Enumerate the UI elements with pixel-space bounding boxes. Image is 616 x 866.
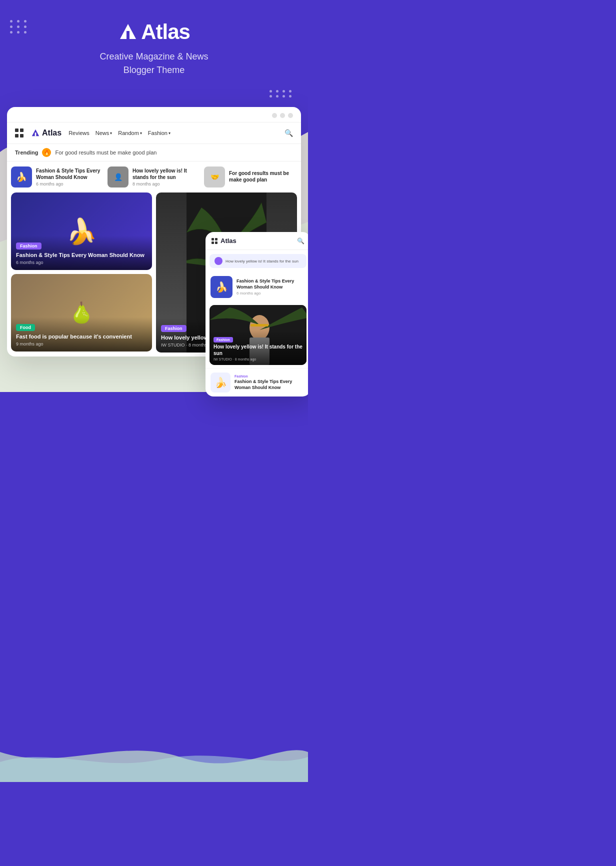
page: Atlas Creative Magazine & News Blogger T… bbox=[0, 0, 308, 782]
mobile-avatar bbox=[214, 257, 222, 265]
nav-link-news[interactable]: News ▾ bbox=[96, 130, 112, 136]
mobile-article-title: Fashion & Style Tips Every Woman Should … bbox=[236, 278, 306, 290]
nav-link-fashion[interactable]: Fashion ▾ bbox=[148, 130, 170, 136]
hero-section: Atlas Creative Magazine & News Blogger T… bbox=[0, 0, 308, 77]
card-food[interactable]: 🍐 Food Fast food is popular because it's… bbox=[11, 274, 152, 352]
trending-fire-icon: 🔥 bbox=[42, 148, 51, 157]
trending-text: For good results must be make good plan bbox=[55, 150, 156, 156]
card-date: 9 months ago bbox=[16, 342, 147, 346]
ticker-row: 🍌 Fashion & Style Tips Every Woman Shoul… bbox=[7, 162, 301, 192]
mobile-card-meta: IW STUDIO · 8 months ago bbox=[214, 358, 302, 361]
browser-dots bbox=[272, 113, 293, 118]
ticker-title: Fashion & Style Tips Every Woman Should … bbox=[36, 168, 104, 180]
mobile-nav: Atlas 🔍 bbox=[206, 232, 308, 250]
ticker-date: 8 months ago bbox=[132, 182, 200, 186]
mobile-card-tag: Fashion bbox=[214, 337, 233, 342]
card-title: Fashion & Style Tips Every Woman Should … bbox=[16, 252, 147, 258]
trending-bar: Trending 🔥 For good results must be make… bbox=[7, 144, 301, 162]
card-fashion[interactable]: 🍌 Fashion Fashion & Style Tips Every Wom… bbox=[11, 192, 152, 270]
trending-label: Trending bbox=[15, 150, 38, 156]
nav-bar: Atlas Reviews News ▾ Random ▾ Fashion ▾ … bbox=[7, 122, 301, 144]
card-tag-food: Food bbox=[16, 324, 35, 331]
svg-rect-3 bbox=[35, 132, 36, 136]
ticker-title: How lovely yellow is! It stands for the … bbox=[132, 168, 200, 180]
mobile-article-item[interactable]: 🍌 Fashion & Style Tips Every Woman Shoul… bbox=[206, 272, 308, 302]
svg-rect-1 bbox=[126, 31, 130, 39]
browser-toolbar bbox=[7, 107, 301, 122]
nav-logo[interactable]: Atlas bbox=[31, 128, 62, 138]
card-date: 6 months ago bbox=[16, 260, 147, 265]
nav-link-random[interactable]: Random ▾ bbox=[118, 130, 142, 136]
browser-dot-3 bbox=[288, 113, 293, 118]
ticker-item[interactable]: 🤝 For good results must be make good pla… bbox=[204, 166, 296, 188]
mobile-article-date: 6 months ago bbox=[236, 291, 306, 296]
hero-logo: Atlas bbox=[10, 20, 298, 44]
nav-links: Reviews News ▾ Random ▾ Fashion ▾ bbox=[68, 130, 278, 136]
grid-icon[interactable] bbox=[15, 128, 24, 138]
card-title: Fast food is popular because it's conven… bbox=[16, 333, 147, 340]
mobile-search-text: How lovely yellow is! It stands for the … bbox=[226, 259, 298, 264]
card-tag-fashion: Fashion bbox=[16, 242, 42, 250]
ticker-item[interactable]: 🍌 Fashion & Style Tips Every Woman Shoul… bbox=[11, 166, 104, 188]
hero-logo-text: Atlas bbox=[141, 20, 190, 44]
mobile-bottom-tag: Fashion bbox=[234, 374, 306, 378]
ticker-title: For good results must be make good plan bbox=[229, 170, 296, 183]
mobile-mockup: Atlas 🔍 How lovely yellow is! It stands … bbox=[206, 232, 308, 396]
left-card-column: 🍌 Fashion Fashion & Style Tips Every Wom… bbox=[11, 192, 152, 352]
mobile-card-title: How lovely yellow is! It stands for the … bbox=[214, 344, 302, 356]
mobile-bottom-title: Fashion & Style Tips Every Woman Should … bbox=[234, 379, 306, 390]
svg-rect-11 bbox=[250, 324, 268, 326]
hero-subtitle: Creative Magazine & News Blogger Theme bbox=[10, 50, 298, 77]
mobile-big-card[interactable]: Fashion How lovely yellow is! It stands … bbox=[210, 305, 306, 365]
nav-link-reviews[interactable]: Reviews bbox=[68, 130, 90, 136]
ticker-item[interactable]: 👤 How lovely yellow is! It stands for th… bbox=[108, 166, 200, 188]
card-tag: Fashion bbox=[161, 325, 186, 332]
search-icon[interactable]: 🔍 bbox=[284, 129, 293, 137]
browser-dot-1 bbox=[272, 113, 277, 118]
mobile-grid-icon[interactable] bbox=[212, 238, 218, 244]
browser-dot-2 bbox=[280, 113, 285, 118]
dots-left-decoration bbox=[10, 20, 28, 34]
mobile-logo: Atlas bbox=[220, 237, 294, 244]
ticker-date: 6 months ago bbox=[36, 182, 104, 186]
mobile-bottom-item[interactable]: 🍌 Fashion Fashion & Style Tips Every Wom… bbox=[206, 368, 308, 396]
mobile-search-bar[interactable]: How lovely yellow is! It stands for the … bbox=[210, 254, 306, 268]
mobile-bottom-thumb: 🍌 bbox=[210, 372, 230, 392]
mobile-search-icon[interactable]: 🔍 bbox=[297, 238, 304, 244]
